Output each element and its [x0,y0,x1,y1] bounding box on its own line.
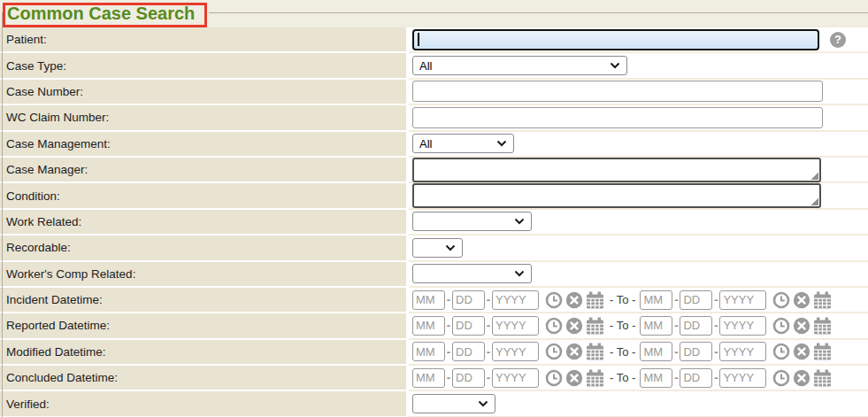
year-input[interactable] [492,316,539,336]
fieldset-top-border [209,12,868,13]
calendar-icon[interactable] [586,343,604,360]
date-dash: - [712,371,719,384]
clear-icon[interactable] [565,343,583,360]
day-input[interactable] [680,316,712,336]
date-dash: - [445,293,452,306]
day-input[interactable] [680,342,712,361]
calendar-icon[interactable] [586,369,604,387]
panel-header: Common Case Search [0,0,868,27]
date-dash: - [672,345,680,359]
date-dash: - [485,293,492,306]
case-number-input[interactable] [412,81,823,102]
month-input[interactable] [640,290,672,310]
clock-icon[interactable] [772,369,790,387]
clock-icon[interactable] [545,369,563,387]
clock-icon[interactable] [545,343,563,360]
date-dash: - [485,345,492,359]
range-to-label: - To - [610,345,635,359]
verified-select[interactable] [412,394,495,413]
work-related-row: Work Related: [0,210,868,236]
reported-datetime-row: Reported Datetime: - - - To - - - [0,313,868,339]
wc-claim-number-row: WC Claim Number: [0,105,868,131]
chevron-down-icon [610,62,620,69]
clear-icon[interactable] [565,317,583,335]
date-dash: - [672,319,680,332]
day-input[interactable] [452,368,485,388]
day-input[interactable] [452,290,485,310]
field-label-reported-datetime: Reported Datetime: [0,313,409,339]
field-label-incident-datetime: Incident Datetime: [0,288,409,313]
month-input[interactable] [640,342,672,361]
month-input[interactable] [412,342,445,361]
workers-comp-related-select[interactable] [412,264,532,283]
case-management-select[interactable]: All [412,134,514,153]
case-management-row: Case Management: All [0,132,868,158]
month-input[interactable] [412,316,445,336]
field-label-condition: Condition: [0,183,409,209]
chevron-down-icon [478,400,488,407]
condition-row: Condition: [0,183,868,209]
chevron-down-icon [445,244,456,251]
field-label-work-related: Work Related: [0,210,409,236]
work-related-select[interactable] [412,212,532,231]
condition-textarea[interactable] [412,183,821,208]
case-manager-textarea[interactable] [412,158,821,182]
calendar-icon[interactable] [586,291,604,309]
resize-grip-icon[interactable] [810,197,818,205]
annotation-highlight-box [3,3,207,27]
clock-icon[interactable] [772,291,790,309]
date-dash: - [712,345,719,359]
workers-comp-related-row: Worker's Comp Related: [0,262,868,288]
modified-datetime-row: Modified Datetime: - - - To - - - [0,340,868,366]
clear-icon[interactable] [793,291,810,309]
year-input[interactable] [719,368,766,388]
clear-icon[interactable] [565,291,583,309]
clear-icon[interactable] [793,317,810,335]
day-input[interactable] [680,368,712,388]
help-icon[interactable]: ? [830,32,846,48]
clock-icon[interactable] [772,343,790,360]
case-number-row: Case Number: [0,80,868,105]
calendar-icon[interactable] [586,317,604,335]
wc-claim-number-input[interactable] [412,107,823,128]
month-input[interactable] [640,368,672,388]
calendar-icon[interactable] [813,317,832,335]
calendar-icon[interactable] [813,343,832,360]
month-input[interactable] [412,290,445,310]
clock-icon[interactable] [772,317,790,335]
field-label-verified: Verified: [0,391,409,417]
fieldset-left-border [2,12,3,417]
day-input[interactable] [452,316,485,336]
date-dash: - [445,345,452,359]
clock-icon[interactable] [545,291,563,309]
select-value: All [419,59,432,73]
recordable-row: Recordable: [0,236,868,261]
resize-grip-icon[interactable] [810,172,818,180]
year-input[interactable] [719,342,766,361]
calendar-icon[interactable] [813,291,832,309]
calendar-icon[interactable] [813,369,832,387]
chevron-down-icon [514,270,525,277]
select-value: All [419,137,432,151]
year-input[interactable] [719,316,766,336]
recordable-select[interactable] [412,238,463,258]
year-input[interactable] [492,368,539,388]
clear-icon[interactable] [793,343,810,360]
year-input[interactable] [492,290,539,310]
year-input[interactable] [492,342,539,361]
month-input[interactable] [640,316,672,336]
clear-icon[interactable] [565,369,583,387]
day-input[interactable] [680,290,712,310]
year-input[interactable] [719,290,766,310]
clear-icon[interactable] [793,369,810,387]
verified-row: Verified: [0,391,868,417]
case-type-select[interactable]: All [412,56,627,75]
month-input[interactable] [412,368,445,388]
field-label-case-management: Case Management: [0,132,409,158]
patient-input[interactable] [412,29,819,50]
date-dash: - [712,319,719,332]
clock-icon[interactable] [545,317,563,335]
field-label-patient: Patient: [0,27,409,53]
day-input[interactable] [452,342,485,361]
range-to-label: - To - [610,293,635,306]
